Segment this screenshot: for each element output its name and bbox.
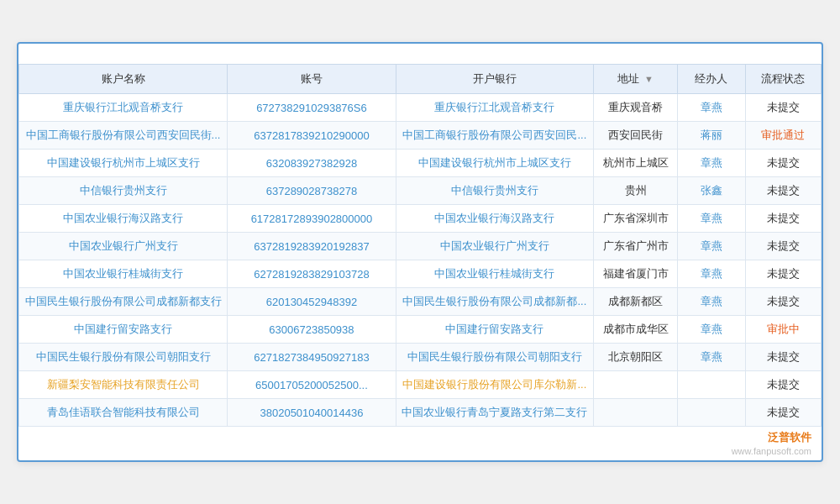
- page-title: [18, 44, 822, 64]
- address: 成都市成华区: [593, 316, 677, 344]
- bank-name: 中国农业银行桂城街支行: [396, 260, 593, 288]
- account-name-link[interactable]: 重庆银行江北观音桥支行: [63, 101, 183, 113]
- table-row: 中国工商银行股份有限公司西安回民街...6372817839210290000中…: [19, 122, 822, 150]
- status-badge: 未提交: [745, 150, 821, 177]
- bank-name: 中信银行贵州支行: [396, 177, 593, 205]
- col-header-handler: 经办人: [678, 65, 745, 94]
- account-number: 620130452948392: [228, 288, 396, 316]
- status-badge: 未提交: [745, 371, 821, 399]
- col-header-name: 账户名称: [19, 65, 228, 94]
- bank-name: 中国建行留安路支行: [396, 316, 593, 344]
- table-row: 中国建行留安路支行63006723850938中国建行留安路支行成都市成华区章燕…: [19, 316, 822, 344]
- handler: 章燕: [678, 150, 745, 177]
- bank-name: 中国农业银行青岛宁夏路支行第二支行: [396, 399, 593, 427]
- handler: [678, 371, 745, 399]
- account-name-link[interactable]: 中国民生银行股份有限公司朝阳支行: [36, 350, 211, 363]
- account-number: 6271827384950927183: [228, 344, 396, 371]
- handler: 张鑫: [678, 177, 745, 205]
- account-number: 6727382910293876S6: [228, 94, 396, 122]
- bank-name: 中国建设银行股份有限公司库尔勒新...: [396, 371, 593, 399]
- account-name-link[interactable]: 中国建设银行杭州市上城区支行: [47, 156, 200, 169]
- account-name-link[interactable]: 中国农业银行广州支行: [69, 239, 178, 252]
- handler: 章燕: [678, 260, 745, 288]
- bank-name: 中国民生银行股份有限公司成都新都...: [396, 288, 593, 316]
- bank-name: 中国民生银行股份有限公司朝阳支行: [396, 344, 593, 371]
- col-header-status: 流程状态: [745, 65, 821, 94]
- watermark: 泛普软件 www.fanpusoft.com: [18, 427, 822, 460]
- address: 贵州: [593, 177, 677, 205]
- status-badge: 未提交: [745, 205, 821, 233]
- bank-name: 重庆银行江北观音桥支行: [396, 94, 593, 122]
- bank-name: 中国工商银行股份有限公司西安回民...: [396, 122, 593, 150]
- handler: 章燕: [678, 94, 745, 122]
- account-number: 61728172893902800000: [228, 205, 396, 233]
- account-name-link[interactable]: 新疆梨安智能科技有限责任公司: [47, 378, 200, 391]
- handler: 章燕: [678, 344, 745, 371]
- col-header-account: 账号: [228, 65, 396, 94]
- handler: 蒋丽: [678, 122, 745, 150]
- address: 广东省广州市: [593, 233, 677, 260]
- table-row: 青岛佳语联合智能科技有限公司38020501040014436中国农业银行青岛宁…: [19, 399, 822, 427]
- table-row: 中国民生银行股份有限公司朝阳支行6271827384950927183中国民生银…: [19, 344, 822, 371]
- handler: 章燕: [678, 233, 745, 260]
- address: [593, 371, 677, 399]
- account-table: 账户名称 账号 开户银行 地址 ▼ 经办人 流程状态 重庆银行江北观音桥支行67…: [18, 64, 822, 427]
- account-name-link[interactable]: 青岛佳语联合智能科技有限公司: [47, 406, 200, 418]
- table-row: 中国农业银行海汉路支行61728172893902800000中国农业银行海汉路…: [19, 205, 822, 233]
- table-row: 新疆梨安智能科技有限责任公司65001705200052500...中国建设银行…: [19, 371, 822, 399]
- account-name-link[interactable]: 中国工商银行股份有限公司西安回民街...: [26, 129, 221, 141]
- status-badge: 未提交: [745, 233, 821, 260]
- account-name-link[interactable]: 中国民生银行股份有限公司成都新都支行: [25, 295, 222, 307]
- address: [593, 399, 677, 427]
- bank-name: 中国建设银行杭州市上城区支行: [396, 150, 593, 177]
- table-row: 中国农业银行广州支行6372819283920192837中国农业银行广州支行广…: [19, 233, 822, 260]
- account-number: 6372817839210290000: [228, 122, 396, 150]
- account-number: 38020501040014436: [228, 399, 396, 427]
- bank-name: 中国农业银行海汉路支行: [396, 205, 593, 233]
- col-header-bank: 开户银行: [396, 65, 593, 94]
- watermark-logo: 泛普软件: [768, 431, 811, 444]
- bank-name: 中国农业银行广州支行: [396, 233, 593, 260]
- account-number: 632083927382928: [228, 150, 396, 177]
- address: 西安回民街: [593, 122, 677, 150]
- account-number: 63006723850938: [228, 316, 396, 344]
- status-badge: 未提交: [745, 399, 821, 427]
- address: 杭州市上城区: [593, 150, 677, 177]
- address: 广东省深圳市: [593, 205, 677, 233]
- account-number: 65001705200052500...: [228, 371, 396, 399]
- table-header-row: 账户名称 账号 开户银行 地址 ▼ 经办人 流程状态: [19, 65, 822, 94]
- address: 北京朝阳区: [593, 344, 677, 371]
- watermark-url: www.fanpusoft.com: [732, 446, 811, 456]
- account-number: 6272819283829103728: [228, 260, 396, 288]
- table-row: 中信银行贵州支行637289028738278中信银行贵州支行贵州张鑫未提交: [19, 177, 822, 205]
- table-row: 重庆银行江北观音桥支行6727382910293876S6重庆银行江北观音桥支行…: [19, 94, 822, 122]
- filter-icon[interactable]: ▼: [644, 74, 654, 84]
- status-badge: 审批通过: [745, 122, 821, 150]
- status-badge: 审批中: [745, 316, 821, 344]
- status-badge: 未提交: [745, 344, 821, 371]
- account-name-link[interactable]: 中国农业银行海汉路支行: [63, 212, 183, 224]
- handler: 章燕: [678, 316, 745, 344]
- address: 重庆观音桥: [593, 94, 677, 122]
- status-badge: 未提交: [745, 288, 821, 316]
- address: 福建省厦门市: [593, 260, 677, 288]
- account-name-link[interactable]: 中国农业银行桂城街支行: [63, 267, 183, 280]
- handler: [678, 399, 745, 427]
- table-row: 中国建设银行杭州市上城区支行632083927382928中国建设银行杭州市上城…: [19, 150, 822, 177]
- status-badge: 未提交: [745, 94, 821, 122]
- account-number: 6372819283920192837: [228, 233, 396, 260]
- handler: 章燕: [678, 288, 745, 316]
- account-name-link[interactable]: 中国建行留安路支行: [74, 323, 172, 335]
- status-badge: 未提交: [745, 177, 821, 205]
- table-row: 中国民生银行股份有限公司成都新都支行620130452948392中国民生银行股…: [19, 288, 822, 316]
- main-container: 账户名称 账号 开户银行 地址 ▼ 经办人 流程状态 重庆银行江北观音桥支行67…: [17, 42, 823, 462]
- account-name-link[interactable]: 中信银行贵州支行: [80, 184, 167, 197]
- table-row: 中国农业银行桂城街支行6272819283829103728中国农业银行桂城街支…: [19, 260, 822, 288]
- col-header-address[interactable]: 地址 ▼: [593, 65, 677, 94]
- account-number: 637289028738278: [228, 177, 396, 205]
- handler: 章燕: [678, 205, 745, 233]
- address: 成都新都区: [593, 288, 677, 316]
- status-badge: 未提交: [745, 260, 821, 288]
